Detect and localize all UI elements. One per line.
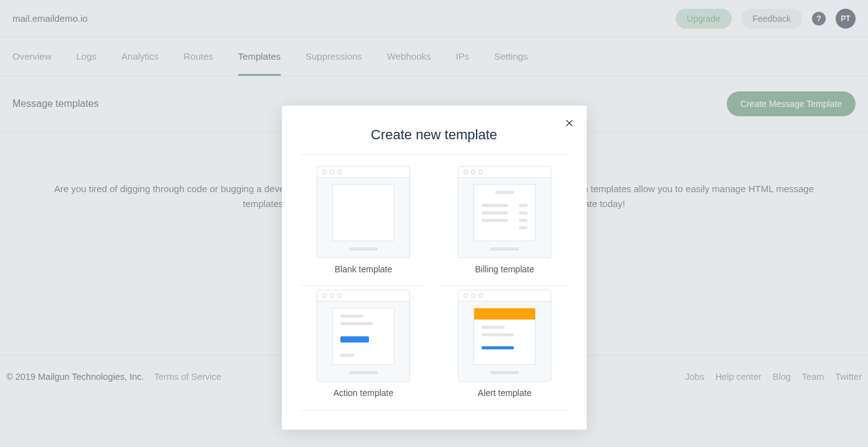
modal-divider <box>301 154 568 155</box>
template-option-action[interactable]: Action template <box>301 285 427 398</box>
window-chrome <box>317 167 409 178</box>
template-preview-window <box>317 290 410 382</box>
template-option-label: Blank template <box>301 264 427 274</box>
template-option-blank[interactable]: Blank template <box>301 162 427 274</box>
template-option-label: Alert template <box>442 388 568 398</box>
template-option-alert[interactable]: Alert template <box>442 285 568 398</box>
template-option-billing[interactable]: Billing template <box>442 162 568 274</box>
window-chrome <box>317 290 409 302</box>
template-preview-window <box>458 290 551 382</box>
template-option-label: Action template <box>301 388 427 398</box>
template-preview-window <box>317 166 410 258</box>
template-preview-window <box>458 166 551 258</box>
window-chrome <box>459 290 551 302</box>
template-option-label: Billing template <box>442 264 568 274</box>
window-chrome <box>459 167 551 178</box>
modal-bottom-divider <box>301 410 568 411</box>
close-icon[interactable] <box>563 117 576 129</box>
modal-title: Create new template <box>301 127 568 143</box>
create-template-modal: Create new template Blank templateBillin… <box>282 106 587 430</box>
